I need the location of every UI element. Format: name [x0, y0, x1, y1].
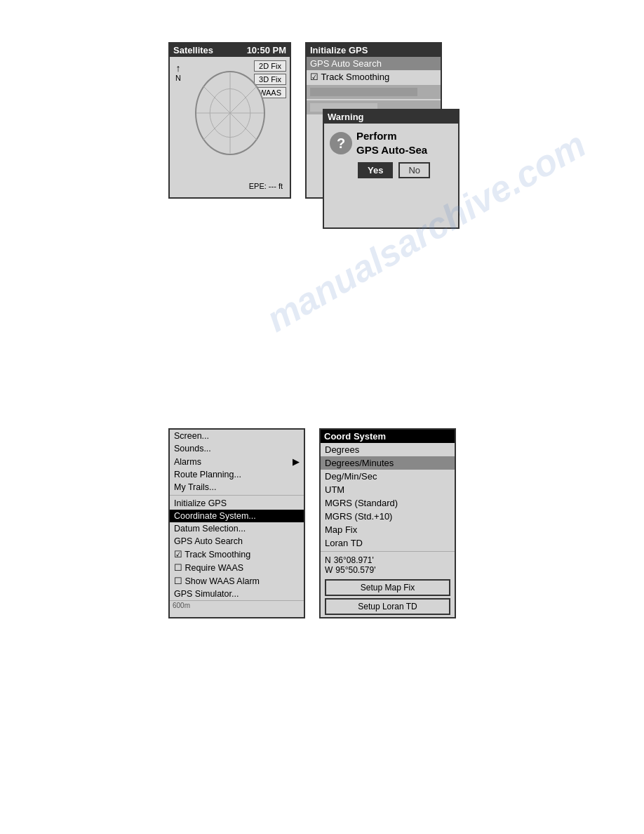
- coord-deg-min-sec[interactable]: Deg/Min/Sec: [321, 470, 455, 483]
- coord-utm[interactable]: UTM: [321, 483, 455, 496]
- up-arrow-icon: ↑: [175, 62, 180, 74]
- settings-my-trails[interactable]: My Trails...: [170, 481, 304, 494]
- setup-map-fix-button[interactable]: Setup Map Fix: [325, 579, 450, 596]
- warning-footer-area: [324, 185, 458, 227]
- gps-settings-panel: Screen... Sounds... Alarms ▶ Route Plann…: [168, 428, 305, 618]
- satellites-body: ↑ N 2D Fix 3D Fix WAAS: [170, 57, 290, 197]
- north-label: N: [175, 74, 181, 82]
- coord-n-value: 36°08.971': [334, 555, 374, 565]
- warning-no-button[interactable]: No: [398, 162, 430, 178]
- satellites-title: Satellites: [173, 45, 213, 55]
- settings-require-waas[interactable]: ☐ Require WAAS: [170, 561, 304, 574]
- warning-dialog: Warning ? Perform GPS Auto-Sea Yes No: [323, 109, 459, 229]
- coord-west-row: W 95°50.579': [325, 565, 450, 575]
- coord-degrees[interactable]: Degrees: [321, 443, 455, 456]
- warning-question-icon: ?: [330, 132, 352, 154]
- satellites-panel: Satellites 10:50 PM ↑ N 2D Fix 3D Fix WA…: [168, 42, 291, 199]
- settings-datum-selection[interactable]: Datum Selection...: [170, 522, 304, 535]
- bottom-row: Screen... Sounds... Alarms ▶ Route Plann…: [168, 428, 456, 618]
- coord-degrees-minutes[interactable]: Degrees/Minutes: [321, 456, 455, 470]
- coord-separator: [321, 551, 455, 552]
- settings-screen[interactable]: Screen...: [170, 430, 304, 442]
- coord-mgrs-std-10[interactable]: MGRS (Std.+10): [321, 510, 455, 523]
- coord-w-value: 95°50.579': [335, 565, 375, 575]
- coord-header: Coord System: [321, 430, 455, 443]
- warning-message: Perform GPS Auto-Sea: [356, 129, 427, 157]
- settings-coordinate-system[interactable]: Coordinate System...: [170, 510, 304, 522]
- alarms-label: Alarms: [174, 457, 201, 467]
- settings-footer: 600m: [170, 600, 304, 610]
- gps-auto-search-item[interactable]: GPS Auto Search: [307, 57, 441, 70]
- settings-route-planning[interactable]: Route Planning...: [170, 468, 304, 481]
- coord-loran-td[interactable]: Loran TD: [321, 536, 455, 550]
- settings-gps-simulator[interactable]: GPS Simulator...: [170, 588, 304, 600]
- 2d-fix-button[interactable]: 2D Fix: [254, 60, 286, 72]
- track-smoothing-item[interactable]: ☑ Track Smoothing: [307, 70, 441, 84]
- coord-mgrs-standard[interactable]: MGRS (Standard): [321, 496, 455, 510]
- settings-alarms[interactable]: Alarms ▶: [170, 455, 304, 468]
- setup-loran-td-button[interactable]: Setup Loran TD: [325, 598, 450, 615]
- satellites-header: Satellites 10:50 PM: [170, 44, 290, 57]
- oval-grid-lines: [196, 72, 264, 154]
- settings-sounds[interactable]: Sounds...: [170, 442, 304, 455]
- settings-track-smoothing[interactable]: ☑ Track Smoothing: [170, 548, 304, 561]
- warning-line1: Perform: [356, 129, 427, 143]
- epe-text: EPE: --- ft: [249, 182, 283, 190]
- warning-title: Warning: [324, 110, 458, 124]
- settings-show-waas-alarm[interactable]: ☐ Show WAAS Alarm: [170, 574, 304, 588]
- warning-yes-button[interactable]: Yes: [358, 162, 393, 178]
- coord-n-label: N: [325, 555, 331, 565]
- settings-initialize-gps[interactable]: Initialize GPS: [170, 497, 304, 510]
- coord-w-label: W: [325, 565, 333, 575]
- settings-separator-1: [170, 495, 304, 496]
- satellite-oval: [195, 71, 265, 155]
- warning-buttons: Yes No: [324, 162, 458, 185]
- warning-line2: GPS Auto-Sea: [356, 143, 427, 157]
- coord-panel: Coord System Degrees Degrees/Minutes Deg…: [319, 428, 456, 618]
- coord-coordinates: N 36°08.971' W 95°50.579': [321, 553, 455, 577]
- gps-menu-header: Initialize GPS: [307, 44, 441, 57]
- warning-body: ? Perform GPS Auto-Sea: [324, 124, 458, 162]
- satellites-time: 10:50 PM: [247, 45, 286, 55]
- alarms-arrow-icon: ▶: [293, 456, 300, 467]
- coord-north-row: N 36°08.971': [325, 555, 450, 565]
- north-indicator: ↑ N: [175, 62, 181, 82]
- settings-gps-auto-search[interactable]: GPS Auto Search: [170, 535, 304, 548]
- track-smoothing-label: ☑ Track Smoothing: [310, 72, 389, 82]
- coord-map-fix[interactable]: Map Fix: [321, 523, 455, 536]
- greyed-bar-1: [307, 85, 441, 99]
